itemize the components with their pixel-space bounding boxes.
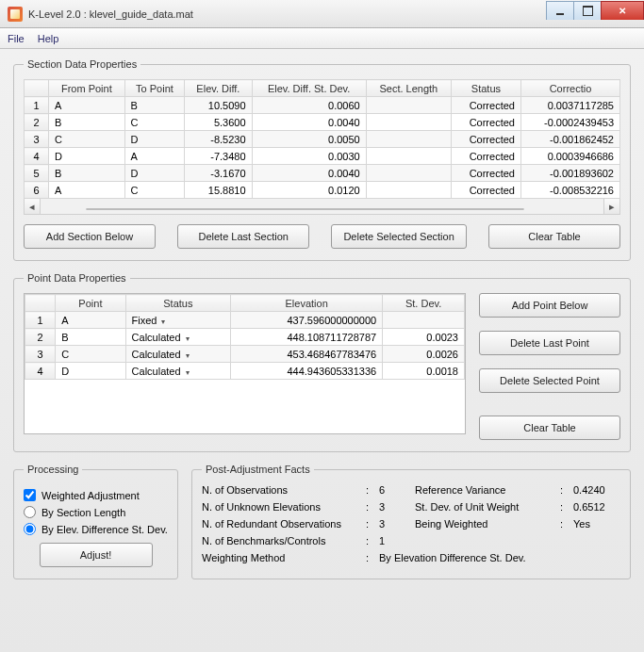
delete-last-section-button[interactable]: Delete Last Section [177, 224, 309, 249]
cell-elev[interactable]: 444.943605331336 [231, 363, 383, 380]
cell-from[interactable]: B [49, 165, 125, 182]
cell-elev[interactable]: 437.596000000000 [231, 312, 383, 329]
table-row[interactable]: 1AB10.50900.0060Corrected0.0037117285 [25, 97, 620, 114]
cell-sd[interactable]: 0.0050 [252, 131, 366, 148]
table-row[interactable]: 4DA-7.34800.0030Corrected0.0003946686 [25, 148, 620, 165]
chevron-down-icon[interactable]: ▾ [186, 351, 190, 360]
point-col-status[interactable]: Status [125, 295, 231, 312]
section-table[interactable]: From Point To Point Elev. Diff. Elev. Di… [24, 79, 620, 199]
cell-from[interactable]: D [49, 148, 125, 165]
cell-corr[interactable]: -0.001893602 [520, 165, 619, 182]
add-point-button[interactable]: Add Point Below [479, 293, 620, 318]
cell-corr[interactable]: 0.0037117285 [520, 97, 619, 114]
cell-to[interactable]: B [124, 97, 185, 114]
maximize-button[interactable] [573, 1, 602, 20]
cell-to[interactable]: C [124, 114, 185, 131]
cell-status[interactable]: Corrected [451, 131, 520, 148]
cell-elev[interactable]: 448.108711728787 [231, 329, 383, 346]
by-section-length-input[interactable] [24, 506, 36, 518]
section-col-from[interactable]: From Point [49, 80, 125, 97]
cell-diff[interactable]: 5.3600 [185, 114, 252, 131]
cell-from[interactable]: A [49, 182, 125, 199]
cell-status[interactable]: Calculated▾ [125, 363, 231, 380]
menu-help[interactable]: Help [38, 33, 59, 44]
section-col-len[interactable]: Sect. Length [366, 80, 451, 97]
cell-sd[interactable]: 0.0026 [383, 346, 465, 363]
cell-corr[interactable]: -0.001862452 [520, 131, 619, 148]
row-header[interactable]: 4 [25, 148, 49, 165]
chevron-down-icon[interactable]: ▾ [186, 368, 190, 377]
row-header[interactable]: 3 [25, 346, 56, 363]
cell-len[interactable] [366, 148, 451, 165]
cell-diff[interactable]: 10.5090 [185, 97, 252, 114]
cell-to[interactable]: C [124, 182, 185, 199]
cell-from[interactable]: A [49, 97, 125, 114]
cell-to[interactable]: D [124, 131, 185, 148]
row-header[interactable]: 2 [25, 114, 49, 131]
cell-to[interactable]: D [124, 165, 185, 182]
point-col-point[interactable]: Point [56, 295, 125, 312]
cell-diff[interactable]: -7.3480 [185, 148, 252, 165]
menu-file[interactable]: File [8, 33, 25, 44]
cell-status[interactable]: Calculated▾ [125, 346, 231, 363]
cell-status[interactable]: Corrected [451, 114, 520, 131]
chevron-down-icon[interactable]: ▾ [186, 334, 190, 343]
table-row[interactable]: 3CD-8.52300.0050Corrected-0.001862452 [25, 131, 620, 148]
scroll-thumb[interactable] [86, 208, 525, 210]
cell-corr[interactable]: 0.0003946686 [520, 148, 619, 165]
cell-point[interactable]: C [56, 346, 125, 363]
row-header[interactable]: 2 [25, 329, 56, 346]
section-col-status[interactable]: Status [451, 80, 520, 97]
cell-status[interactable]: Corrected [451, 182, 520, 199]
clear-section-table-button[interactable]: Clear Table [488, 224, 620, 249]
cell-sd[interactable]: 0.0023 [383, 329, 465, 346]
cell-len[interactable] [366, 131, 451, 148]
cell-diff[interactable]: -8.5230 [185, 131, 252, 148]
adjust-button[interactable]: Adjust! [40, 543, 153, 567]
chevron-down-icon[interactable]: ▾ [161, 318, 165, 326]
cell-sd[interactable]: 0.0040 [252, 114, 366, 131]
section-hscrollbar[interactable]: ◂ ▸ [24, 199, 620, 215]
cell-diff[interactable]: -3.1670 [185, 165, 252, 182]
point-col-sd[interactable]: St. Dev. [383, 295, 465, 312]
delete-last-point-button[interactable]: Delete Last Point [479, 331, 620, 355]
cell-status[interactable]: Fixed▾ [125, 312, 231, 329]
cell-point[interactable]: A [56, 312, 125, 329]
cell-status[interactable]: Calculated▾ [125, 329, 231, 346]
table-row[interactable]: 6AC15.88100.0120Corrected-0.008532216 [25, 182, 620, 199]
cell-from[interactable]: C [49, 131, 125, 148]
section-col-to[interactable]: To Point [124, 80, 185, 97]
cell-status[interactable]: Corrected [451, 165, 520, 182]
cell-corr[interactable]: -0.0002439453 [520, 114, 619, 131]
by-sd-input[interactable] [24, 523, 36, 535]
clear-point-table-button[interactable]: Clear Table [479, 416, 620, 440]
cell-len[interactable] [366, 182, 451, 199]
cell-sd[interactable]: 0.0030 [252, 148, 366, 165]
cell-from[interactable]: B [49, 114, 125, 131]
section-col-sd[interactable]: Elev. Diff. St. Dev. [252, 80, 366, 97]
by-section-length-radio[interactable]: By Section Length [24, 506, 168, 518]
row-header[interactable]: 4 [25, 363, 56, 380]
cell-sd[interactable]: 0.0040 [252, 165, 366, 182]
table-row[interactable]: 4DCalculated▾444.9436053313360.0018 [25, 363, 465, 380]
delete-selected-point-button[interactable]: Delete Selected Point [479, 368, 620, 393]
cell-len[interactable] [366, 97, 451, 114]
row-header[interactable]: 1 [25, 312, 56, 329]
cell-corr[interactable]: -0.008532216 [520, 182, 619, 199]
row-header[interactable]: 6 [25, 182, 49, 199]
delete-selected-section-button[interactable]: Delete Selected Section [331, 224, 466, 249]
by-sd-radio[interactable]: By Elev. Difference St. Dev. [24, 523, 168, 535]
row-header[interactable]: 1 [25, 97, 49, 114]
row-header[interactable]: 3 [25, 131, 49, 148]
table-row[interactable]: 5BD-3.16700.0040Corrected-0.001893602 [25, 165, 620, 182]
row-header[interactable]: 5 [25, 165, 49, 182]
scroll-right-icon[interactable]: ▸ [603, 199, 619, 214]
cell-len[interactable] [366, 114, 451, 131]
add-section-button[interactable]: Add Section Below [24, 224, 156, 249]
cell-sd[interactable]: 0.0120 [252, 182, 366, 199]
point-col-elev[interactable]: Elevation [231, 295, 383, 312]
cell-status[interactable]: Corrected [451, 148, 520, 165]
table-row[interactable]: 2BCalculated▾448.1087117287870.0023 [25, 329, 465, 346]
weighted-adjustment-input[interactable] [24, 489, 36, 501]
close-button[interactable] [601, 1, 644, 20]
